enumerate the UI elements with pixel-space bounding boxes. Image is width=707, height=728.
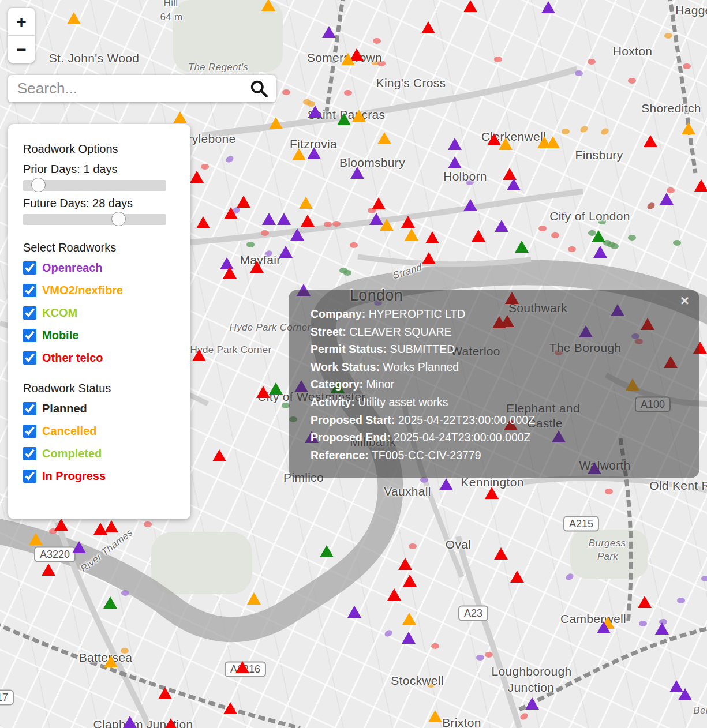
roadwork-marker-triangle[interactable] [655, 622, 669, 635]
roadwork-marker-dot[interactable] [485, 652, 493, 658]
roadwork-marker-triangle[interactable] [212, 449, 226, 461]
zoom-in-button[interactable]: + [8, 8, 35, 36]
roadwork-marker-triangle[interactable] [67, 12, 81, 24]
roadwork-marker-triangle[interactable] [401, 216, 415, 228]
roadwork-marker-triangle[interactable] [237, 196, 250, 208]
roadwork-marker-dot[interactable] [246, 242, 255, 247]
roadwork-marker-triangle[interactable] [546, 136, 560, 148]
future-days-slider[interactable] [23, 214, 166, 225]
roadwork-marker-triangle[interactable] [472, 230, 485, 242]
roadwork-marker-triangle[interactable] [192, 349, 206, 361]
roadwork-marker-triangle[interactable] [448, 156, 462, 168]
roadwork-marker-dot[interactable] [373, 38, 381, 44]
roadwork-marker-triangle[interactable] [694, 179, 707, 192]
roadwork-marker-triangle[interactable] [164, 718, 178, 728]
roadwork-marker-dot[interactable] [551, 232, 559, 238]
close-icon[interactable]: × [680, 293, 689, 308]
roadwork-marker-triangle[interactable] [196, 216, 210, 228]
roadwork-marker-triangle[interactable] [402, 613, 416, 625]
roadwork-marker-dot[interactable] [562, 129, 570, 134]
operator-vmo2-nexfibre-checkbox[interactable] [23, 284, 36, 297]
roadwork-marker-triangle[interactable] [510, 571, 524, 583]
roadwork-marker-triangle[interactable] [341, 53, 355, 65]
roadwork-marker-dot[interactable] [409, 543, 417, 549]
roadwork-marker-triangle[interactable] [425, 231, 439, 243]
roadwork-marker-dot[interactable] [575, 70, 583, 76]
roadwork-marker-triangle[interactable] [352, 110, 366, 122]
roadwork-marker-triangle[interactable] [507, 178, 521, 190]
roadwork-marker-triangle[interactable] [448, 138, 462, 150]
roadwork-marker-triangle[interactable] [372, 197, 386, 209]
roadwork-marker-triangle[interactable] [277, 213, 291, 225]
roadwork-marker-dot[interactable] [282, 89, 290, 95]
roadwork-marker-triangle[interactable] [235, 661, 249, 673]
roadwork-marker-triangle[interactable] [269, 117, 283, 129]
future-days-slider-thumb[interactable] [111, 212, 126, 226]
roadwork-marker-triangle[interactable] [525, 697, 539, 710]
roadwork-marker-triangle[interactable] [54, 519, 68, 531]
roadwork-marker-triangle[interactable] [592, 230, 605, 242]
roadwork-marker-triangle[interactable] [403, 575, 417, 587]
status-cancelled[interactable]: Cancelled [23, 425, 175, 438]
roadwork-marker-dot[interactable] [121, 590, 129, 596]
roadwork-marker-dot[interactable] [628, 78, 636, 84]
roadwork-marker-triangle[interactable] [494, 547, 508, 560]
roadwork-marker-triangle[interactable] [347, 606, 361, 618]
roadwork-marker-triangle[interactable] [421, 21, 435, 33]
roadwork-marker-dot[interactable] [605, 489, 613, 494]
operator-kcom[interactable]: KCOM [23, 306, 175, 320]
roadwork-marker-dot[interactable] [332, 221, 341, 227]
roadwork-marker-triangle[interactable] [299, 197, 313, 209]
search-input[interactable] [8, 80, 249, 97]
roadwork-marker-triangle[interactable] [320, 545, 334, 557]
roadwork-marker-triangle[interactable] [398, 558, 412, 570]
roadwork-marker-triangle[interactable] [123, 716, 137, 728]
roadwork-marker-triangle[interactable] [158, 687, 172, 699]
roadwork-marker-triangle[interactable] [72, 541, 86, 553]
roadwork-marker-triangle[interactable] [463, 0, 477, 12]
roadwork-marker-triangle[interactable] [42, 564, 55, 576]
roadwork-marker-dot[interactable] [344, 90, 352, 96]
status-planned[interactable]: Planned [23, 402, 175, 415]
operator-openreach-checkbox[interactable] [23, 261, 36, 275]
roadwork-marker-triangle[interactable] [678, 688, 692, 700]
roadwork-marker-triangle[interactable] [104, 520, 118, 532]
roadwork-marker-triangle[interactable] [292, 148, 306, 160]
roadwork-marker-dot[interactable] [144, 521, 152, 527]
roadwork-marker-triangle[interactable] [322, 26, 336, 38]
roadwork-marker-dot[interactable] [588, 59, 596, 65]
roadwork-marker-triangle[interactable] [29, 533, 43, 545]
roadwork-marker-triangle[interactable] [223, 267, 237, 279]
roadwork-marker-dot[interactable] [494, 57, 502, 62]
roadwork-marker-triangle[interactable] [104, 655, 118, 667]
roadwork-marker-triangle[interactable] [307, 147, 321, 159]
operator-other-telco-checkbox[interactable] [23, 351, 36, 365]
roadwork-marker-triangle[interactable] [250, 261, 264, 273]
operator-other-telco[interactable]: Other telco [23, 351, 175, 365]
status-in-progress[interactable]: In Progress [23, 470, 175, 483]
roadwork-marker-dot[interactable] [261, 230, 269, 236]
roadwork-marker-dot[interactable] [701, 576, 707, 581]
roadwork-marker-triangle[interactable] [597, 621, 611, 633]
roadwork-marker-triangle[interactable] [515, 241, 529, 253]
operator-mobile-checkbox[interactable] [23, 329, 36, 342]
roadwork-marker-triangle[interactable] [439, 478, 453, 490]
roadwork-marker-dot[interactable] [568, 246, 576, 252]
roadwork-marker-triangle[interactable] [261, 0, 275, 11]
roadwork-marker-triangle[interactable] [644, 135, 657, 147]
roadwork-marker-dot[interactable] [628, 235, 636, 241]
roadwork-marker-triangle[interactable] [485, 487, 499, 499]
status-in-progress-checkbox[interactable] [23, 470, 36, 483]
roadwork-marker-dot[interactable] [611, 243, 619, 249]
roadwork-marker-triangle[interactable] [377, 132, 391, 144]
roadwork-marker-triangle[interactable] [247, 592, 261, 605]
roadwork-marker-triangle[interactable] [682, 122, 695, 134]
roadwork-marker-dot[interactable] [201, 164, 209, 170]
roadwork-marker-triangle[interactable] [269, 382, 283, 395]
status-completed[interactable]: Completed [23, 447, 175, 460]
roadwork-marker-dot[interactable] [664, 33, 672, 39]
roadwork-marker-triangle[interactable] [190, 171, 204, 183]
roadwork-marker-dot[interactable] [431, 643, 439, 649]
roadwork-marker-triangle[interactable] [262, 213, 276, 225]
roadwork-marker-triangle[interactable] [223, 702, 237, 714]
